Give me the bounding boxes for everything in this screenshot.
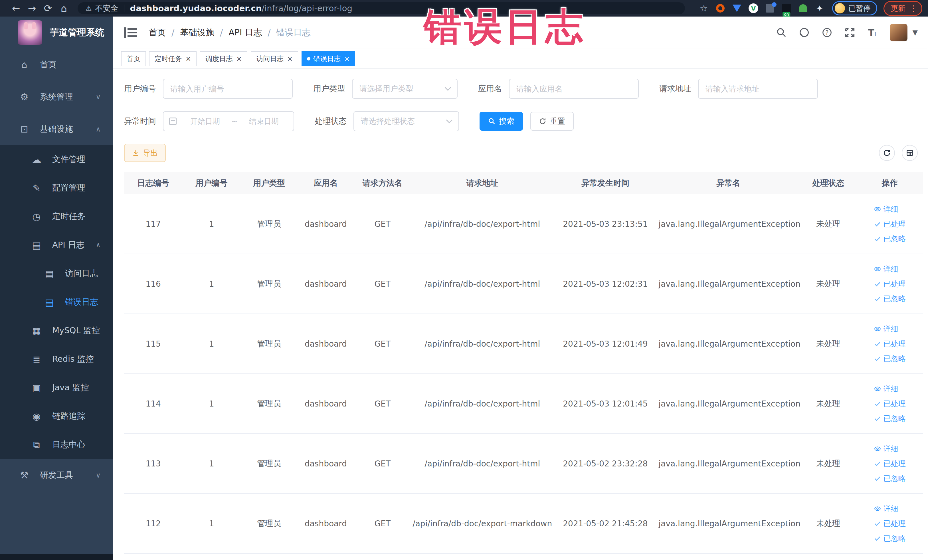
breadcrumb-label[interactable]: 首页	[149, 27, 166, 38]
export-button[interactable]: 导出	[124, 144, 166, 162]
cell-request-url: /api/infra/db-doc/export-html	[411, 374, 554, 433]
extension-plant-icon[interactable]	[797, 2, 809, 15]
extension-grid-icon[interactable]	[764, 2, 776, 15]
mark-ignored-action-link[interactable]: 已忽略	[874, 291, 906, 306]
sidebar-menu-item[interactable]: ⚒ 研发工具 ∨	[0, 459, 113, 491]
date-range-picker[interactable]: 开始日期 ~ 结束日期	[163, 111, 294, 131]
extension-on-badge-icon[interactable]: on	[780, 2, 793, 15]
sidebar-menu-item[interactable]: ✎ 配置管理	[0, 174, 113, 202]
sidebar-menu-item[interactable]: ⚙ 系统管理 ∨	[0, 81, 113, 113]
sidebar-menu-item[interactable]: ▦ MySQL 监控	[0, 316, 113, 345]
view-tab[interactable]: 访问日志 ×	[251, 51, 298, 66]
column-settings-button[interactable]	[902, 145, 918, 161]
user-id-input[interactable]	[163, 79, 293, 99]
mark-processed-action-link[interactable]: 已处理	[874, 456, 906, 471]
cell-actions: 详细 已处理 已忽略	[857, 314, 923, 374]
mark-ignored-action-link[interactable]: 已忽略	[874, 471, 906, 486]
browser-update-button[interactable]: 更新 ⋮	[884, 1, 922, 16]
detail-action-link[interactable]: 详细	[874, 322, 898, 336]
sidebar-logo-link[interactable]: 芋道管理系统	[0, 17, 113, 49]
tab-close-icon[interactable]: ×	[185, 55, 191, 62]
mark-ignored-action-link[interactable]: 已忽略	[874, 351, 906, 366]
extension-green-v-icon[interactable]: V	[747, 2, 760, 15]
app-name-input[interactable]	[509, 79, 639, 99]
detail-action-link[interactable]: 详细	[874, 262, 898, 276]
table-row: 112 1 管理员 dashboard GET /api/infra/db-do…	[124, 493, 923, 554]
sidebar-menu-item[interactable]: ⌂ 首页	[0, 49, 113, 81]
svg-text:?: ?	[825, 29, 829, 36]
breadcrumb-label[interactable]: 基础设施	[180, 27, 214, 38]
browser-profile-chip[interactable]: 已暂停	[832, 1, 877, 15]
table-row: 117 1 管理员 dashboard GET /api/infra/db-do…	[124, 194, 923, 254]
detail-action-link[interactable]: 详细	[874, 501, 898, 516]
user-type-select[interactable]: 请选择用户类型	[352, 79, 458, 99]
cell-status: 未处理	[800, 314, 857, 374]
sidebar-collapse-bar[interactable]	[0, 554, 113, 560]
extension-orange-icon[interactable]	[714, 2, 727, 15]
extension-shield-icon[interactable]	[731, 2, 743, 15]
fullscreen-icon[interactable]	[843, 26, 857, 40]
view-tab[interactable]: 错误日志 ×	[302, 51, 355, 66]
refresh-table-button[interactable]	[879, 145, 895, 161]
sidebar-item-icon: ▤	[30, 240, 43, 251]
sidebar-item-label: 定时任务	[52, 211, 85, 222]
sidebar-menu-item[interactable]: ⧉ 日志中心	[0, 430, 113, 459]
view-tab[interactable]: 定时任务 ×	[149, 51, 197, 66]
sidebar-menu-item[interactable]: ▤ 访问日志	[0, 259, 113, 288]
mark-ignored-action-link[interactable]: 已忽略	[874, 231, 906, 246]
mark-processed-action-link[interactable]: 已处理	[874, 516, 906, 531]
extensions-puzzle-icon[interactable]: ✦	[814, 2, 826, 15]
tab-label: 错误日志	[313, 54, 340, 63]
sidebar-item-icon: ◷	[30, 211, 43, 222]
sidebar-item-icon: ✎	[30, 183, 43, 194]
end-date-placeholder[interactable]: 结束日期	[240, 116, 288, 127]
browser-reload-button[interactable]: ⟳	[40, 3, 56, 14]
view-tab[interactable]: 调度日志 ×	[200, 51, 247, 66]
font-size-icon[interactable]: TT	[866, 26, 879, 40]
user-avatar[interactable]	[890, 24, 907, 41]
sidebar-item-chevron-icon: ∨	[96, 93, 101, 101]
mark-processed-action-link[interactable]: 已处理	[874, 396, 906, 411]
detail-action-link[interactable]: 详细	[874, 381, 898, 396]
process-status-select[interactable]: 请选择处理状态	[353, 111, 459, 131]
cell-log-id: 113	[124, 433, 182, 493]
breadcrumb-label[interactable]: 错误日志	[276, 27, 310, 38]
mark-processed-action-link[interactable]: 已处理	[874, 336, 906, 351]
mark-ignored-action-link[interactable]: 已忽略	[874, 411, 906, 426]
sidebar-item-icon: ▤	[43, 268, 56, 279]
request-url-input[interactable]	[698, 79, 818, 99]
sidebar-menu-item[interactable]: ☁ 文件管理	[0, 145, 113, 174]
help-icon[interactable]: ?	[820, 26, 834, 40]
mark-processed-action-link[interactable]: 已处理	[874, 276, 906, 291]
view-tab[interactable]: 首页 ×	[121, 51, 146, 66]
sidebar-menu-item[interactable]: ▤ API 日志 ∧	[0, 231, 113, 259]
bookmark-star-icon[interactable]: ☆	[698, 2, 710, 15]
sidebar-menu-item[interactable]: ▣ Java 监控	[0, 374, 113, 402]
browser-forward-button[interactable]: →	[24, 3, 40, 14]
detail-action-link[interactable]: 详细	[874, 441, 898, 456]
sidebar-menu-item[interactable]: ◷ 定时任务	[0, 202, 113, 231]
browser-home-button[interactable]: ⌂	[56, 3, 72, 14]
address-bar[interactable]: ⚠ 不安全 dashboard.yudao.iocoder.cn /infra/…	[78, 2, 685, 14]
reset-button[interactable]: 重置	[530, 112, 574, 131]
sidebar-menu-item[interactable]: ◉ 链路追踪	[0, 402, 113, 430]
cell-status: 未处理	[800, 433, 857, 493]
browser-menu-kebab-icon[interactable]: ⋮	[910, 4, 917, 13]
browser-back-button[interactable]: ←	[8, 3, 24, 14]
tab-close-icon[interactable]: ×	[344, 55, 350, 62]
tab-close-icon[interactable]: ×	[287, 55, 293, 62]
sidebar-menu-item[interactable]: ⊡ 基础设施 ∧	[0, 113, 113, 145]
sidebar-menu-item[interactable]: ▤ 错误日志	[0, 288, 113, 316]
sidebar-menu-item[interactable]: ≣ Redis 监控	[0, 345, 113, 374]
github-icon[interactable]	[797, 26, 811, 40]
sidebar-toggle-icon[interactable]	[124, 27, 137, 38]
breadcrumb-label[interactable]: API 日志	[229, 27, 262, 38]
mark-ignored-action-link[interactable]: 已忽略	[874, 531, 906, 546]
start-date-placeholder[interactable]: 开始日期	[181, 116, 229, 127]
tab-close-icon[interactable]: ×	[236, 55, 242, 62]
detail-action-link[interactable]: 详细	[874, 202, 898, 217]
user-menu-caret-icon[interactable]: ▼	[913, 29, 918, 37]
search-button[interactable]: 搜索	[479, 112, 523, 131]
mark-processed-action-link[interactable]: 已处理	[874, 217, 906, 231]
search-icon[interactable]	[774, 26, 788, 40]
